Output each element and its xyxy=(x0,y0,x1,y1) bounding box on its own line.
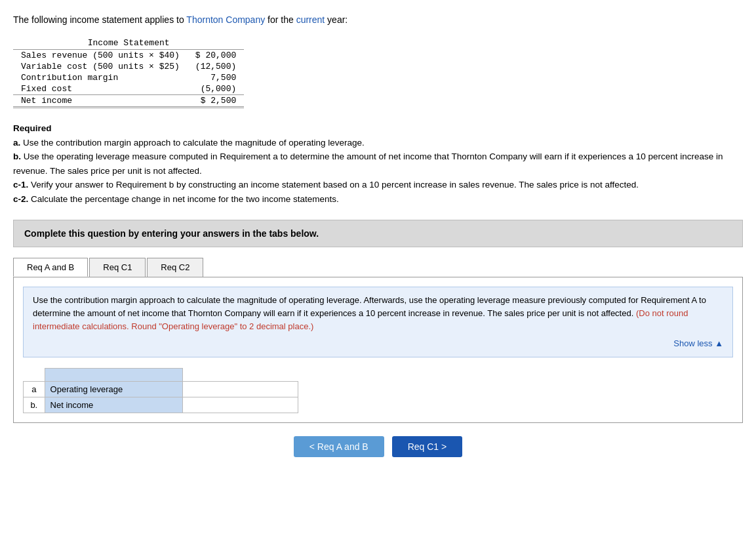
table-row: Contribution margin 7,500 xyxy=(13,72,244,83)
row-amount: (12,500) xyxy=(188,61,244,72)
tab-content-area: Use the contribution margin approach to … xyxy=(13,277,743,424)
row-amount: $ 2,500 xyxy=(188,95,244,108)
next-button[interactable]: Req C1 xyxy=(392,436,463,457)
req-item-c1: c-1. Verify your answer to Requirement b… xyxy=(13,178,743,192)
tab-req-c1-label: Req C1 xyxy=(103,262,132,272)
row-label: Net income xyxy=(13,95,188,108)
tab-req-c2[interactable]: Req C2 xyxy=(147,258,203,277)
intro-prefix: The following income statement applies t… xyxy=(13,14,186,25)
instructions-box: Use the contribution margin approach to … xyxy=(23,287,733,358)
prev-button[interactable]: Req A and B xyxy=(294,436,384,457)
answer-row-a-desc: Operating leverage xyxy=(45,382,183,397)
answer-table: a Operating leverage b. Net income xyxy=(23,368,298,413)
req-item-c2: c-2. Calculate the percentage change in … xyxy=(13,192,743,207)
row-label: Fixed cost xyxy=(13,83,188,95)
tab-req-c2-label: Req C2 xyxy=(161,262,189,272)
table-row: Sales revenue (500 units × $40) $ 20,000 xyxy=(13,50,244,62)
row-label: Contribution margin xyxy=(13,72,188,83)
answer-row-b: b. Net income xyxy=(24,397,298,413)
show-less-button[interactable]: Show less ▲ xyxy=(33,337,723,350)
tab-req-a-b-label: Req A and B xyxy=(27,262,74,272)
req-item-b: b. Use the operating leverage measure co… xyxy=(13,150,743,178)
answer-row-b-label: b. xyxy=(24,397,45,413)
answer-header-row xyxy=(24,369,298,382)
answer-header-spacer xyxy=(45,369,183,382)
operating-leverage-input[interactable] xyxy=(188,384,292,394)
row-amount: 7,500 xyxy=(188,72,244,83)
income-statement-table: Income Statement Sales revenue (500 unit… xyxy=(13,37,244,108)
row-amount: (5,000) xyxy=(188,83,244,95)
row-label: Variable cost (500 units × $25) xyxy=(13,61,188,72)
intro-text: The following income statement applies t… xyxy=(13,13,743,27)
answer-row-b-input-cell[interactable] xyxy=(183,397,298,413)
nav-buttons: Req A and B Req C1 xyxy=(13,436,743,457)
answer-row-a: a Operating leverage xyxy=(24,382,298,397)
table-row: Variable cost (500 units × $25) (12,500) xyxy=(13,61,244,72)
tabs-container: Req A and B Req C1 Req C2 xyxy=(13,258,743,277)
answer-row-a-label: a xyxy=(24,382,45,397)
table-row: Fixed cost (5,000) xyxy=(13,83,244,95)
intro-middle: for the xyxy=(265,14,296,25)
prev-button-label: Req A and B xyxy=(317,441,368,452)
complete-box-text: Complete this question by entering your … xyxy=(24,228,319,239)
req-item-a: a. Use the contribution margin approach … xyxy=(13,136,743,150)
next-button-label: Req C1 xyxy=(408,441,439,452)
income-statement-header: Income Statement xyxy=(13,37,244,50)
required-section: Required a. Use the contribution margin … xyxy=(13,121,743,207)
instructions-text: Use the contribution margin approach to … xyxy=(33,294,723,333)
complete-box: Complete this question by entering your … xyxy=(13,220,743,247)
intro-suffix: year: xyxy=(325,14,348,25)
tab-req-a-b[interactable]: Req A and B xyxy=(13,258,88,277)
current-word: current xyxy=(296,14,325,25)
answer-area: a Operating leverage b. Net income xyxy=(23,368,733,413)
row-label: Sales revenue (500 units × $40) xyxy=(13,50,188,62)
net-income-row: Net income $ 2,500 xyxy=(13,95,244,108)
net-income-input[interactable] xyxy=(188,400,292,410)
tab-req-c1[interactable]: Req C1 xyxy=(89,258,146,277)
company-name: Thornton Company xyxy=(186,14,265,25)
answer-row-b-desc: Net income xyxy=(45,397,183,413)
row-amount: $ 20,000 xyxy=(188,50,244,62)
required-title: Required xyxy=(13,121,743,136)
income-statement-header-row: Income Statement xyxy=(13,37,244,50)
answer-row-a-input-cell[interactable] xyxy=(183,382,298,397)
